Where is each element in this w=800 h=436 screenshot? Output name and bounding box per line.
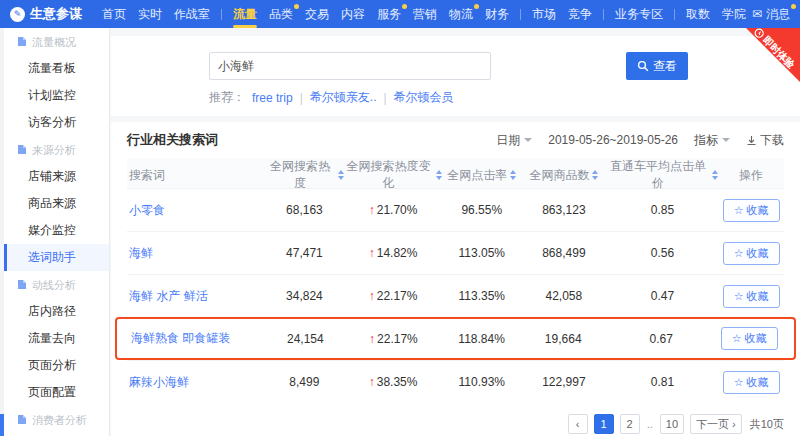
recommend-links: free trip|希尔顿亲友..|希尔顿会员 bbox=[252, 89, 454, 106]
heat-cell: 68,163 bbox=[265, 203, 344, 217]
sidebar-section-label: 流量概况 bbox=[32, 35, 76, 50]
sidebar-section-header: 动线分析 bbox=[0, 271, 109, 298]
column-label: 操作 bbox=[739, 167, 763, 184]
page-button[interactable]: 1 bbox=[594, 414, 614, 434]
nav-item[interactable]: 市场 bbox=[526, 0, 562, 28]
sort-up-caret bbox=[510, 170, 516, 174]
nav-item[interactable]: 营销 bbox=[407, 0, 443, 28]
ppc-cell: 0.47 bbox=[607, 289, 719, 303]
page-button[interactable]: 10 bbox=[660, 414, 684, 434]
nav-item[interactable]: 首页 bbox=[96, 0, 132, 28]
favorite-button[interactable]: ☆收藏 bbox=[723, 199, 780, 222]
rise-arrow-icon: ↑ bbox=[369, 332, 375, 346]
prev-page-button[interactable]: ‹ bbox=[568, 414, 588, 434]
main-content: 即时体验 查看 推荐： free trip|希尔顿亲友..|希尔顿会员 行业相关… bbox=[111, 28, 800, 436]
favorite-label: 收藏 bbox=[747, 375, 769, 390]
sidebar-item[interactable]: 商品来源 bbox=[0, 190, 109, 217]
sidebar-item[interactable]: 流量去向 bbox=[0, 325, 109, 352]
ppc-cell: 0.81 bbox=[607, 375, 719, 389]
favorite-label: 收藏 bbox=[747, 246, 769, 261]
nav-item[interactable]: 竞争 bbox=[562, 0, 598, 28]
ctr-cell: 113.05% bbox=[442, 246, 521, 260]
favorite-label: 收藏 bbox=[745, 331, 767, 346]
folder-icon bbox=[17, 36, 27, 49]
date-dropdown[interactable]: 日期 bbox=[496, 132, 532, 149]
search-panel: 查看 推荐： free trip|希尔顿亲友..|希尔顿会员 bbox=[111, 36, 800, 116]
sidebar-item[interactable]: 店内路径 bbox=[0, 298, 109, 325]
message-button[interactable]: ✉ 消息 bbox=[752, 6, 798, 23]
rise-arrow-icon: ↑ bbox=[369, 203, 375, 217]
sidebar-item[interactable]: 媒介监控 bbox=[0, 217, 109, 244]
section-title: 行业相关搜索词 bbox=[127, 131, 218, 149]
nav-item[interactable]: 财务 bbox=[479, 0, 515, 28]
sidebar-section-header: 消费者分析 bbox=[0, 406, 109, 433]
nav-item[interactable]: 内容 bbox=[335, 0, 371, 28]
recommend-link[interactable]: 希尔顿亲友.. bbox=[310, 89, 377, 106]
brand[interactable]: ✎ 生意参谋 bbox=[10, 5, 82, 23]
favorite-button[interactable]: ☆收藏 bbox=[723, 242, 780, 265]
sidebar-item[interactable]: 店铺来源 bbox=[0, 163, 109, 190]
metric-dropdown[interactable]: 指标 bbox=[694, 132, 730, 149]
nav-item[interactable]: 品类 bbox=[263, 0, 299, 28]
nav-item[interactable]: 物流 bbox=[443, 0, 479, 28]
keyword-link[interactable]: 海鲜 水产 鲜活 bbox=[127, 288, 265, 305]
pagination-ellipsis: .. bbox=[646, 418, 654, 430]
nav-item[interactable]: 流量 bbox=[227, 0, 263, 28]
heat-cell: 34,824 bbox=[265, 289, 344, 303]
keyword-link[interactable]: 小零食 bbox=[127, 202, 265, 219]
nav-item[interactable]: 业务专区 bbox=[609, 0, 669, 28]
nav-item[interactable]: 实时 bbox=[132, 0, 168, 28]
sidebar-section-label: 动线分析 bbox=[32, 278, 76, 293]
date-range[interactable]: 2019-05-26~2019-05-26 bbox=[548, 133, 678, 147]
sort-icon[interactable] bbox=[592, 170, 598, 180]
recommend-row: 推荐： free trip|希尔顿亲友..|希尔顿会员 bbox=[209, 89, 800, 106]
recommend-link[interactable]: free trip bbox=[252, 91, 293, 105]
keyword-link[interactable]: 麻辣小海鲜 bbox=[127, 374, 265, 391]
action-cell: ☆收藏 bbox=[718, 371, 784, 394]
favorite-button[interactable]: ☆收藏 bbox=[723, 285, 780, 308]
ppc-cell: 0.67 bbox=[606, 332, 717, 346]
sidebar-section-header: 流量概况 bbox=[0, 28, 109, 55]
column-label: 直通车平均点击单价 bbox=[607, 158, 710, 192]
table-header-cell: 操作 bbox=[718, 167, 784, 184]
products-cell: 42,058 bbox=[521, 289, 606, 303]
star-icon: ☆ bbox=[734, 290, 744, 303]
nav-items: 首页实时作战室流量品类交易内容服务营销物流财务市场竞争业务专区取数学院 bbox=[96, 0, 752, 28]
ppc-cell: 0.56 bbox=[607, 246, 719, 260]
favorite-button[interactable]: ☆收藏 bbox=[723, 371, 780, 394]
nav-item[interactable]: 服务 bbox=[371, 0, 407, 28]
keyword-link[interactable]: 海鲜熟食 即食罐装 bbox=[129, 330, 266, 347]
table-header-cell: 全网搜索热度变化 bbox=[344, 158, 443, 192]
change-cell: ↑38.35% bbox=[344, 375, 443, 389]
sidebar: 流量概况流量看板计划监控访客分析来源分析店铺来源商品来源媒介监控选词助手动线分析… bbox=[0, 28, 110, 436]
search-input[interactable] bbox=[209, 52, 491, 80]
sort-down-caret bbox=[592, 176, 598, 180]
nav-item[interactable]: 学院 bbox=[716, 0, 752, 28]
sidebar-item[interactable]: 流量看板 bbox=[0, 55, 109, 82]
sidebar-item[interactable]: 计划监控 bbox=[0, 82, 109, 109]
star-icon: ☆ bbox=[734, 376, 744, 389]
sidebar-item[interactable]: 选词助手 bbox=[0, 244, 109, 271]
nav-divider bbox=[221, 9, 222, 20]
table-header-cell: 直通车平均点击单价 bbox=[607, 158, 719, 192]
sidebar-item[interactable]: 访客分析 bbox=[0, 109, 109, 136]
download-button[interactable]: 下载 bbox=[746, 132, 784, 149]
next-page-button[interactable]: 下一页 › bbox=[690, 414, 742, 434]
star-icon: ☆ bbox=[732, 332, 742, 345]
column-label: 全网搜索热度 bbox=[265, 158, 335, 192]
sidebar-item[interactable]: 页面配置 bbox=[0, 379, 109, 406]
table-body: 小零食68,163↑21.70%96.55%863,1230.85☆收藏海鲜47… bbox=[127, 188, 784, 403]
search-icon bbox=[637, 60, 649, 72]
recommend-link[interactable]: 希尔顿会员 bbox=[394, 89, 454, 106]
nav-item[interactable]: 作战室 bbox=[168, 0, 216, 28]
nav-item[interactable]: 取数 bbox=[680, 0, 716, 28]
sidebar-item[interactable]: 页面分析 bbox=[0, 352, 109, 379]
nav-item[interactable]: 交易 bbox=[299, 0, 335, 28]
page-button[interactable]: 2 bbox=[620, 414, 640, 434]
favorite-button[interactable]: ☆收藏 bbox=[721, 327, 778, 350]
keyword-link[interactable]: 海鲜 bbox=[127, 245, 265, 262]
sort-icon[interactable] bbox=[510, 170, 516, 180]
sidebar-section-label: 消费者分析 bbox=[32, 413, 87, 428]
view-button[interactable]: 查看 bbox=[626, 52, 688, 80]
nav-divider bbox=[520, 9, 521, 20]
